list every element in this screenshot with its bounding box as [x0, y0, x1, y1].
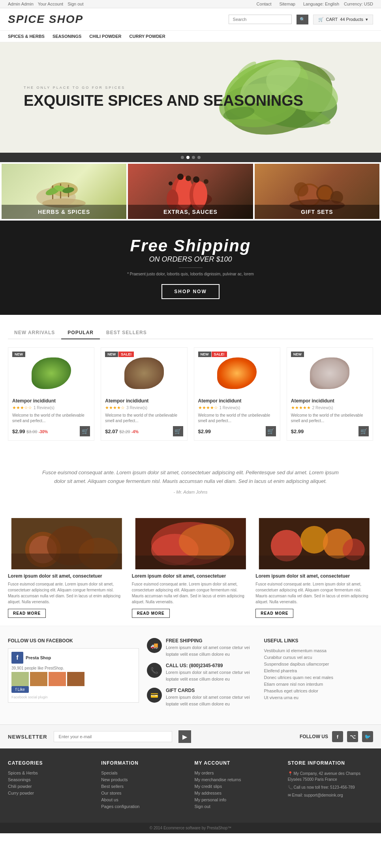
read-more-button-3[interactable]: READ MORE [255, 609, 293, 618]
footer-info-2[interactable]: New products [101, 777, 186, 782]
cart-button[interactable]: 🛒 CART 44 Products ▾ [313, 15, 373, 24]
category-boxes: HERBS & SPICES EXTRAS, SAUCES [0, 162, 381, 221]
product-price-2: $2.07 $2.20 -4% 🛒 [105, 426, 183, 436]
service-phone-text: CALL US: (800)2345-6789 Lorem ipsum dolo… [166, 663, 256, 682]
footer-info-1[interactable]: Specials [101, 771, 186, 775]
useful-link-3[interactable]: Suspendisse dapibus ullamcorper [264, 662, 373, 666]
dot-1[interactable] [181, 156, 184, 159]
tab-popular[interactable]: POPULAR [61, 327, 100, 339]
search-button[interactable]: 🔍 [297, 15, 308, 24]
nav-spices-herbs[interactable]: SPICES & HERBS [8, 34, 45, 39]
footer-store-address: 📍 My Company, 42 avenue des Champs Elysé… [288, 771, 373, 782]
useful-links-title: USEFUL LINKS [264, 638, 373, 644]
currency-selector[interactable]: Currency: USD [344, 2, 373, 6]
read-more-button-1[interactable]: READ MORE [8, 609, 46, 618]
stars-4: ★★★★★ [291, 405, 311, 410]
hero-banner: THE ONLY PLACE TO GO FOR SPICES EXQUISIT… [0, 42, 381, 153]
dot-4[interactable] [197, 156, 201, 159]
price-4: $2.99 [291, 428, 304, 434]
info-row: FOLLOW US ON FACEBOOK f Presta Shop 39,9… [0, 626, 381, 724]
read-more-button-2[interactable]: READ MORE [132, 609, 170, 618]
product-rating-4: ★★★★★ 2 Review(s) [291, 405, 369, 410]
tab-new-arrivals[interactable]: NEW ARRIVALS [8, 327, 61, 339]
dot-2[interactable] [186, 156, 190, 159]
phone-service-desc: Lorem ipsum dolor sit amet conse ctetur … [166, 669, 256, 682]
signout-link[interactable]: Sign out [68, 2, 83, 6]
price-1: $2.99 [12, 428, 25, 434]
svg-point-28 [204, 179, 208, 184]
svg-point-29 [169, 181, 173, 185]
footer-cat-1[interactable]: Spices & Herbs [8, 771, 93, 775]
svg-point-26 [186, 176, 191, 181]
footer-acc-6[interactable]: Sign out [195, 804, 280, 809]
footer-info-3[interactable]: Best sellers [101, 784, 186, 789]
product-desc-4: Welcome to the world of the unbelievable… [291, 413, 369, 424]
shop-now-button[interactable]: SHOP NOW [161, 284, 219, 299]
phone-service-title: CALL US: (800)2345-6789 [166, 663, 256, 668]
useful-link-4[interactable]: Eleifend pharetra [264, 668, 373, 673]
facebook-title: FOLLOW US ON FACEBOOK [8, 638, 139, 644]
useful-link-1[interactable]: Vestibulum id elementum massa [264, 648, 373, 653]
rss-social-icon[interactable]: ⌥ [347, 731, 358, 742]
blog-text-3: Fusce euismod consequat ante. Lorem ipsu… [255, 581, 373, 605]
useful-link-7[interactable]: Phasellus eget ultrices dolor [264, 688, 373, 693]
shipping-note: * Praesent justo dolor, lobortis quis, l… [8, 272, 373, 276]
twitter-social-icon[interactable]: 🐦 [362, 731, 373, 742]
footer-categories-title: CATEGORIES [8, 760, 93, 766]
footer-information: INFORMATION Specials New products Best s… [101, 760, 186, 811]
useful-link-8[interactable]: Ut viverra urna eu [264, 695, 373, 700]
contact-link[interactable]: Contact [257, 2, 272, 6]
account-link[interactable]: Your Account [38, 2, 63, 6]
footer-acc-3[interactable]: My credit slips [195, 784, 280, 789]
category-label-herbs: HERBS & SPICES [2, 205, 126, 219]
add-cart-button-2[interactable]: 🛒 [173, 426, 183, 436]
sitemap-link[interactable]: Sitemap [280, 2, 295, 6]
blog-image-1 [8, 518, 126, 569]
footer-cat-3[interactable]: Chili powder [8, 784, 93, 789]
footer-info-6[interactable]: Pages configuration [101, 804, 186, 809]
footer-cat-4[interactable]: Curry powder [8, 791, 93, 795]
useful-link-2[interactable]: Curabitur cursus vel arcu [264, 655, 373, 660]
useful-link-5[interactable]: Donec ultrices quam nec erat males [264, 675, 373, 680]
svg-point-27 [193, 176, 199, 183]
footer-info-5[interactable]: About us [101, 797, 186, 802]
category-extras-sauces[interactable]: EXTRAS, SAUCES [128, 164, 253, 219]
site-logo[interactable]: SPICE SHOP [8, 13, 83, 26]
nav-seasonings[interactable]: SEASONINGS [53, 34, 81, 39]
nav-curry-powder[interactable]: CURRY POWDER [130, 34, 165, 39]
review-count-1: 1 Review(s) [34, 406, 54, 410]
fb-plugin-note: Facebook social plugin [11, 695, 135, 699]
language-selector[interactable]: Language: English [303, 2, 339, 6]
tab-best-sellers[interactable]: BEST SELLERS [100, 327, 153, 339]
product-desc-1: Welcome to the world of the unbelievable… [12, 413, 90, 424]
nav-chili-powder[interactable]: CHILI POWDER [89, 34, 121, 39]
search-input[interactable] [229, 15, 292, 24]
category-gift-sets[interactable]: GIFT SETS [255, 164, 379, 219]
product-rating-1: ★★★☆☆ 1 Review(s) [12, 405, 90, 410]
facebook-social-icon[interactable]: f [332, 731, 343, 742]
footer-acc-4[interactable]: My addresses [195, 791, 280, 795]
admin-link[interactable]: Admin Admin [8, 2, 34, 6]
footer-store-phone: 📞 Call us now toll free: 5123-456-789 [288, 784, 373, 790]
review-count-3: 1 Review(s) [220, 406, 240, 410]
add-cart-button-3[interactable]: 🛒 [266, 426, 276, 436]
fb-like-button[interactable]: f Like [11, 686, 29, 693]
newsletter-submit-button[interactable]: ▶ [178, 730, 191, 743]
footer-cat-2[interactable]: Seasonings [8, 777, 93, 782]
discount-2: -4% [131, 430, 139, 434]
footer-acc-5[interactable]: My personal info [195, 797, 280, 802]
footer-info-4[interactable]: Our stores [101, 791, 186, 795]
add-cart-button-4[interactable]: 🛒 [358, 426, 369, 436]
footer-acc-1[interactable]: My orders [195, 771, 280, 775]
testimonial-author: - Mr. Adam Johns [39, 490, 342, 494]
shipping-title: Free Shipping [8, 236, 373, 255]
footer: CATEGORIES Spices & Herbs Seasonings Chi… [0, 748, 381, 823]
footer-acc-2[interactable]: My merchandise returns [195, 777, 280, 782]
footer-bottom: © 2014 Ecommerce software by PrestaShop™ [0, 823, 381, 833]
add-cart-button-1[interactable]: 🛒 [80, 426, 90, 436]
category-herbs-spices[interactable]: HERBS & SPICES [2, 164, 126, 219]
dot-3[interactable] [192, 156, 195, 159]
useful-link-6[interactable]: Etiam ornare nisl non interdum [264, 682, 373, 687]
shipping-service-title: FREE SHIPPING [166, 638, 256, 644]
newsletter-email-input[interactable] [54, 731, 172, 742]
